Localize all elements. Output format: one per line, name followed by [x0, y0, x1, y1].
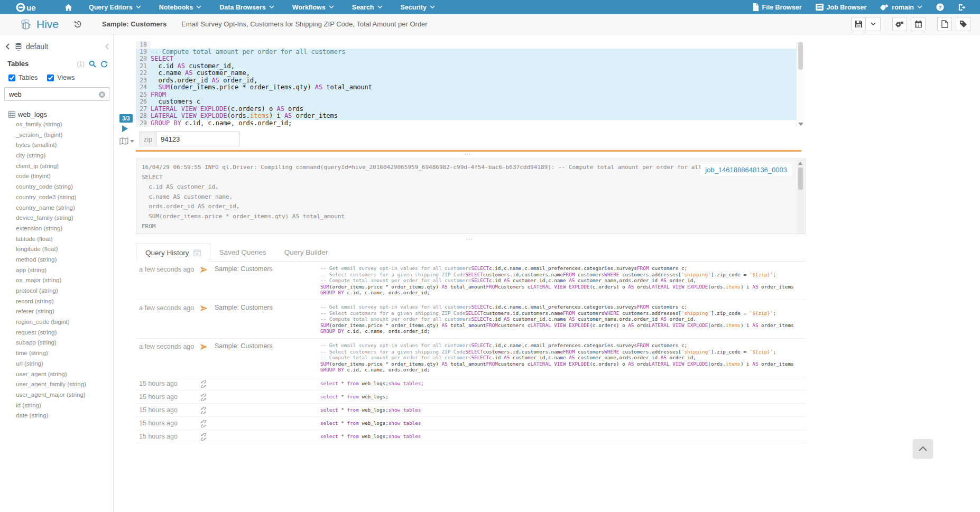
table-item-web-logs[interactable]: web_logs	[8, 109, 113, 119]
column-item[interactable]: os_family (string)	[16, 119, 113, 130]
column-item[interactable]: time (string)	[16, 348, 113, 359]
editor-line[interactable]: 27LATERAL VIEW EXPLODE(c.orders) o AS or…	[136, 106, 798, 113]
save-button[interactable]	[851, 17, 866, 31]
column-item[interactable]: device_family (string)	[16, 213, 113, 224]
navbar-job-browser[interactable]: Job Browser	[809, 0, 874, 14]
resize-handle-top[interactable]: ⋯	[447, 152, 489, 157]
column-item[interactable]: city (string)	[16, 151, 113, 161]
table-filter-input[interactable]	[4, 87, 109, 101]
clear-search-icon[interactable]	[98, 91, 106, 98]
hive-app-brand[interactable]: Hive	[19, 18, 59, 31]
query-history-row[interactable]: a few seconds agoSample: Customers-- Get…	[136, 300, 806, 339]
query-history-row[interactable]: a few seconds agoSample: Customers-- Get…	[136, 339, 806, 377]
editor-line[interactable]: 26 customers c	[136, 98, 798, 106]
resize-handle-bottom[interactable]: ⋯	[448, 237, 491, 242]
menu-security[interactable]: Security	[392, 0, 444, 14]
filter-views-checkbox[interactable]: Views	[47, 74, 75, 81]
menu-notebooks[interactable]: Notebooks	[150, 0, 211, 14]
column-item[interactable]: record (string)	[16, 296, 113, 307]
history-sql[interactable]: -- Get email survey opt-in values for al…	[320, 304, 806, 334]
editor-line[interactable]: 28LATERAL VIEW EXPLODE(ords.items) i AS …	[136, 113, 798, 120]
history-sql[interactable]: select * from web_logs;	[320, 394, 806, 400]
column-item[interactable]: bytes (smallint)	[16, 140, 113, 151]
column-item[interactable]: extension (string)	[16, 224, 113, 234]
column-item[interactable]: user_agent (string)	[16, 369, 113, 380]
settings-button[interactable]	[892, 17, 907, 31]
filter-tables-checkbox[interactable]: Tables	[8, 74, 38, 81]
editor-line[interactable]: 22 c.name AS customer_name,	[136, 70, 798, 77]
navbar-help[interactable]: ?	[929, 0, 951, 14]
column-item[interactable]: url (string)	[16, 359, 113, 369]
execute-button[interactable]	[122, 125, 128, 133]
editor-line[interactable]: 24 SUM(order_items.price * order_items.q…	[136, 84, 798, 91]
editor-line[interactable]: 23 ords.order_id AS order_id,	[136, 77, 798, 85]
document-name[interactable]: Sample: Customers	[102, 20, 167, 28]
query-history-row[interactable]: 15 hours agoselect * from web_logs;show …	[136, 417, 806, 430]
column-item[interactable]: os_major (string)	[16, 275, 113, 286]
column-item[interactable]: subapp (string)	[16, 338, 113, 348]
history-sql[interactable]: select * from web_logs;show tables	[320, 407, 806, 413]
query-history-row[interactable]: a few seconds agoSample: Customers-- Get…	[136, 262, 806, 300]
query-history-row[interactable]: 15 hours agoselect * from web_logs;show …	[136, 377, 806, 390]
editor-line[interactable]: 29GROUP BY c.id, c.name, ords.order_id;	[136, 120, 798, 127]
history-sql[interactable]: -- Get email survey opt-in values for al…	[320, 342, 806, 373]
editor-scrollbar[interactable]	[796, 41, 804, 127]
column-item[interactable]: user_agent_major (string)	[16, 390, 113, 401]
scroll-up-icon[interactable]	[798, 162, 802, 165]
query-history-row[interactable]: 15 hours agoselect * from web_logs;	[136, 390, 806, 404]
minimap-button[interactable]	[119, 137, 134, 145]
column-item[interactable]: protocol (string)	[16, 286, 113, 296]
menu-search[interactable]: Search	[343, 0, 392, 14]
column-item[interactable]: client_ip (string)	[16, 161, 113, 172]
column-item[interactable]: latitude (float)	[16, 234, 113, 245]
navbar-logout[interactable]	[951, 0, 973, 14]
navbar-romain[interactable]: romain	[873, 0, 929, 14]
menu-query-editors[interactable]: Query Editors	[80, 0, 150, 14]
column-item[interactable]: country_code3 (string)	[16, 192, 113, 203]
job-link[interactable]: job_1461888648136_0003	[700, 164, 792, 176]
editor-line[interactable]: 25FROM	[136, 91, 798, 99]
new-document-button[interactable]	[937, 17, 952, 31]
history-sql[interactable]: select * from web_logs;show tables;	[320, 380, 806, 387]
log-scrollbar[interactable]	[797, 160, 804, 234]
tab-query-history[interactable]: Query History	[136, 244, 210, 262]
editor-line[interactable]: 18	[136, 41, 798, 49]
editor-line[interactable]: 21 c.id AS customer_id,	[136, 63, 798, 70]
query-history-row[interactable]: 15 hours agoselect * from web_logs;show …	[136, 430, 806, 443]
column-item[interactable]: _version_ (bigint)	[16, 130, 113, 141]
column-item[interactable]: request (string)	[16, 328, 113, 338]
variable-zip-input[interactable]	[156, 132, 239, 146]
column-item[interactable]: app (string)	[16, 265, 113, 276]
menu-workflows[interactable]: Workflows	[283, 0, 343, 14]
column-item[interactable]: id (string)	[16, 401, 113, 411]
home-button[interactable]	[57, 0, 80, 14]
views-checkbox[interactable]	[47, 75, 54, 81]
column-item[interactable]: referer (string)	[16, 306, 113, 317]
hue-logo[interactable]: ue	[16, 3, 43, 12]
tables-checkbox[interactable]	[8, 75, 15, 81]
sql-editor[interactable]: 1819-- Compute total amount per order fo…	[136, 41, 798, 127]
column-item[interactable]: region_code (bigint)	[16, 317, 113, 328]
column-item[interactable]: method (string)	[16, 255, 113, 265]
tab-query-builder[interactable]: Query Builder	[275, 244, 337, 261]
collapse-sidebar-icon[interactable]	[105, 43, 109, 50]
navbar-file-browser[interactable]: File Browser	[746, 0, 809, 14]
refresh-icon[interactable]	[100, 60, 108, 68]
column-item[interactable]: date (string)	[16, 411, 113, 421]
database-name[interactable]: default	[26, 42, 48, 51]
search-icon[interactable]	[89, 60, 96, 68]
column-item[interactable]: user_agent_family (string)	[16, 379, 113, 390]
editor-line[interactable]: 19-- Compute total amount per order for …	[136, 49, 798, 56]
scroll-down-icon[interactable]	[798, 123, 803, 126]
history-sql[interactable]: select * from web_logs;show tables	[320, 433, 806, 440]
history-icon[interactable]	[73, 20, 82, 28]
history-sql[interactable]: select * from web_logs;show tables	[320, 420, 806, 426]
scroll-to-top-button[interactable]	[913, 439, 933, 458]
back-chevron-icon[interactable]	[5, 43, 10, 50]
schedule-button[interactable]	[911, 17, 926, 31]
history-sql[interactable]: -- Get email survey opt-in values for al…	[320, 265, 806, 296]
tags-button[interactable]	[956, 17, 970, 31]
column-item[interactable]: code (tinyint)	[16, 171, 113, 182]
query-history-row[interactable]: 15 hours agoselect * from web_logs;show …	[136, 404, 806, 417]
save-options-button[interactable]	[866, 17, 881, 31]
